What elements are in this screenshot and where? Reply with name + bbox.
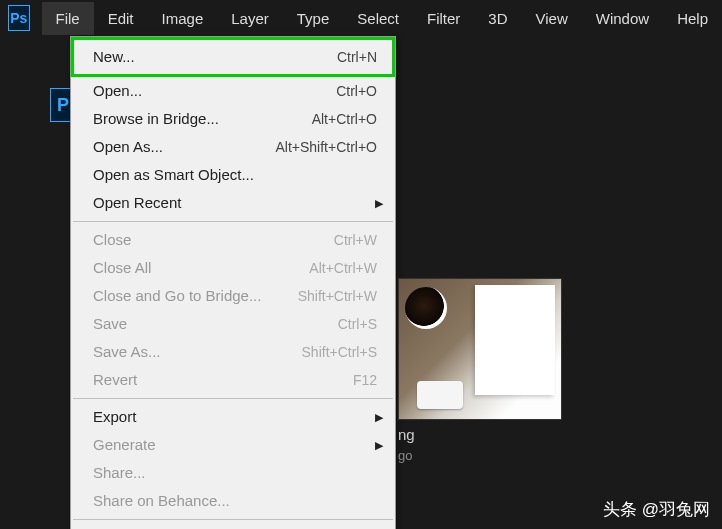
menu-select[interactable]: Select xyxy=(343,2,413,35)
menu-shortcut: Alt+Ctrl+W xyxy=(309,257,377,279)
menu-export[interactable]: Export ▶ xyxy=(71,403,395,431)
menu-shortcut: F12 xyxy=(353,369,377,391)
menu-edit[interactable]: Edit xyxy=(94,2,148,35)
menu-label: Revert xyxy=(93,369,137,391)
menu-shortcut: Alt+Shift+Ctrl+O xyxy=(275,136,377,158)
menu-image[interactable]: Image xyxy=(148,2,218,35)
menu-label: Browse in Bridge... xyxy=(93,108,219,130)
menu-file[interactable]: File xyxy=(42,2,94,35)
menu-label: Generate xyxy=(93,434,156,456)
menu-label: Close All xyxy=(93,257,151,279)
watermark-text: 头条 @羽兔网 xyxy=(603,498,710,521)
photoshop-logo-icon: Ps xyxy=(8,5,30,31)
menu-view[interactable]: View xyxy=(522,2,582,35)
menu-shortcut: Ctrl+W xyxy=(334,229,377,251)
menu-separator xyxy=(73,221,393,222)
menu-label: Save As... xyxy=(93,341,161,363)
watermark: 头条 @羽兔网 xyxy=(603,498,710,521)
menu-open[interactable]: Open... Ctrl+O xyxy=(71,77,395,105)
menu-label: Export xyxy=(93,406,136,428)
menu-label: Open Recent xyxy=(93,192,181,214)
menu-open-recent[interactable]: Open Recent ▶ xyxy=(71,189,395,217)
menu-layer[interactable]: Layer xyxy=(217,2,283,35)
menu-shortcut: Ctrl+N xyxy=(337,46,377,68)
menu-filter[interactable]: Filter xyxy=(413,2,474,35)
menu-3d[interactable]: 3D xyxy=(474,2,521,35)
menu-revert: Revert F12 xyxy=(71,366,395,394)
menu-help[interactable]: Help xyxy=(663,2,722,35)
thumbnail-phone-shape xyxy=(417,381,463,409)
menu-save: Save Ctrl+S xyxy=(71,310,395,338)
menu-label: Open As... xyxy=(93,136,163,158)
menu-window[interactable]: Window xyxy=(582,2,663,35)
menu-label: Open... xyxy=(93,80,142,102)
menu-shortcut: Shift+Ctrl+S xyxy=(302,341,377,363)
menu-shortcut: Ctrl+S xyxy=(338,313,377,335)
recent-file-thumbnail[interactable] xyxy=(398,278,562,420)
menu-close: Close Ctrl+W xyxy=(71,226,395,254)
menu-shortcut: Alt+Ctrl+O xyxy=(312,108,377,130)
menu-share: Share... xyxy=(71,459,395,487)
menu-label: Close xyxy=(93,229,131,251)
menu-separator xyxy=(73,398,393,399)
menu-shortcut: Ctrl+O xyxy=(336,80,377,102)
menu-label: Save xyxy=(93,313,127,335)
chevron-right-icon: ▶ xyxy=(375,406,383,428)
menu-type[interactable]: Type xyxy=(283,2,344,35)
menu-label: Close and Go to Bridge... xyxy=(93,285,261,307)
menu-open-smart-object[interactable]: Open as Smart Object... xyxy=(71,161,395,189)
menu-shortcut: Shift+Ctrl+W xyxy=(298,285,377,307)
menu-browse-in-bridge[interactable]: Browse in Bridge... Alt+Ctrl+O xyxy=(71,105,395,133)
menu-close-all: Close All Alt+Ctrl+W xyxy=(71,254,395,282)
file-menu-dropdown: New... Ctrl+N Open... Ctrl+O Browse in B… xyxy=(70,36,396,529)
thumbnail-title: ng xyxy=(398,426,415,443)
menu-label: Share on Behance... xyxy=(93,490,230,512)
menu-label: Share... xyxy=(93,462,146,484)
menu-new[interactable]: New... Ctrl+N xyxy=(71,37,395,77)
menubar: Ps File Edit Image Layer Type Select Fil… xyxy=(0,0,722,36)
menu-close-goto-bridge: Close and Go to Bridge... Shift+Ctrl+W xyxy=(71,282,395,310)
chevron-right-icon: ▶ xyxy=(375,434,383,456)
menu-separator xyxy=(73,519,393,520)
menu-open-as[interactable]: Open As... Alt+Shift+Ctrl+O xyxy=(71,133,395,161)
menu-search-adobe-stock[interactable]: Search Adobe Stock... xyxy=(71,524,395,529)
menu-label: New... xyxy=(93,46,135,68)
menu-share-behance: Share on Behance... xyxy=(71,487,395,515)
menu-generate: Generate ▶ xyxy=(71,431,395,459)
menu-save-as: Save As... Shift+Ctrl+S xyxy=(71,338,395,366)
menu-label: Open as Smart Object... xyxy=(93,164,254,186)
thumbnail-time: go xyxy=(398,448,412,463)
chevron-right-icon: ▶ xyxy=(375,192,383,214)
